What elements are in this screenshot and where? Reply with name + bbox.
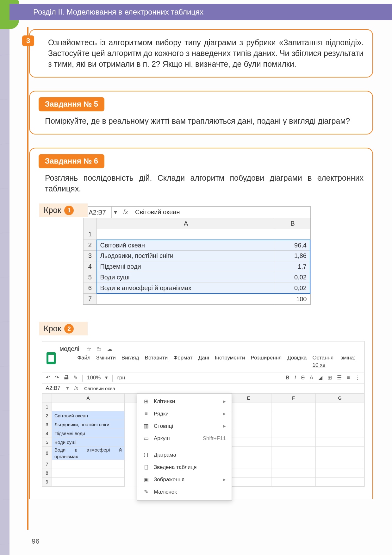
cell[interactable]: Підземні води xyxy=(52,429,125,438)
cell[interactable] xyxy=(226,411,271,420)
menu-item[interactable]: Розширення xyxy=(251,354,282,369)
cell[interactable] xyxy=(226,469,271,477)
cell[interactable] xyxy=(315,420,364,429)
cell[interactable]: Води в атмосфері й організмах xyxy=(52,447,125,460)
cell[interactable] xyxy=(226,420,271,429)
menu-item[interactable]: Вставити xyxy=(145,354,168,369)
cell[interactable] xyxy=(226,460,271,469)
cell[interactable] xyxy=(315,411,364,420)
row-number[interactable]: 6 xyxy=(84,283,97,294)
redo-icon[interactable]: ↷ xyxy=(55,374,59,382)
cell[interactable] xyxy=(271,411,316,420)
folder-icon[interactable]: 🗀 xyxy=(96,346,102,352)
undo-icon[interactable]: ↶ xyxy=(46,374,50,382)
row-number[interactable]: 7 xyxy=(42,460,52,469)
row-number[interactable]: 4 xyxy=(84,261,97,272)
dropdown-item[interactable]: ▭АркушShift+F11 xyxy=(137,433,232,445)
cell[interactable] xyxy=(226,477,271,486)
name-box[interactable]: A2:B7 xyxy=(83,207,112,218)
menu-item[interactable]: Формат xyxy=(173,354,192,369)
cell[interactable]: Води суші xyxy=(52,438,125,447)
col-F-header[interactable]: F xyxy=(271,394,316,402)
cell[interactable] xyxy=(97,229,275,240)
cell[interactable] xyxy=(315,402,364,411)
cell[interactable]: 1,86 xyxy=(275,251,310,261)
align-icon[interactable]: ≡ xyxy=(347,374,350,382)
row-number[interactable]: 3 xyxy=(84,251,97,261)
zoom-select[interactable]: 100% xyxy=(87,374,101,382)
cell[interactable] xyxy=(97,294,275,304)
cell[interactable] xyxy=(226,402,271,411)
zoom-dropdown-icon[interactable]: ▾ xyxy=(105,374,108,382)
print-icon[interactable]: 🖶 xyxy=(64,374,69,382)
corner-cell-2[interactable] xyxy=(42,394,52,402)
cell[interactable] xyxy=(52,402,125,411)
row-number[interactable]: 6 xyxy=(42,447,52,460)
formula-value-2[interactable]: Світовий океа xyxy=(82,385,364,392)
cell[interactable] xyxy=(226,438,271,447)
row-number[interactable]: 2 xyxy=(42,411,52,420)
col-A-header[interactable]: A xyxy=(97,218,275,229)
namebox-dropdown-icon[interactable]: ▾ xyxy=(112,208,119,216)
cell[interactable]: 0,02 xyxy=(275,283,310,294)
menu-item[interactable]: Дані xyxy=(198,354,209,369)
row-number[interactable]: 3 xyxy=(42,420,52,429)
star-icon[interactable]: ☆ xyxy=(86,346,91,352)
row-number[interactable]: 9 xyxy=(42,477,52,486)
cell[interactable] xyxy=(52,469,125,477)
row-number[interactable]: 1 xyxy=(42,402,52,411)
dropdown-item[interactable]: ▣Зображення▸ xyxy=(137,474,232,486)
cell[interactable] xyxy=(226,447,271,460)
namebox2-dropdown-icon[interactable]: ▾ xyxy=(64,385,71,392)
row-number[interactable]: 5 xyxy=(42,438,52,447)
strike-icon[interactable]: S xyxy=(301,374,304,382)
name-box-2[interactable]: A2:B7 xyxy=(42,385,64,392)
cell[interactable] xyxy=(315,477,364,486)
cloud-icon[interactable]: ☁ xyxy=(107,346,113,352)
cell[interactable]: Льодовики, постійні сніги xyxy=(97,251,275,261)
bold-icon[interactable]: B xyxy=(285,374,289,382)
dropdown-item[interactable]: ▥Стовпці▸ xyxy=(137,420,232,433)
corner-cell[interactable] xyxy=(84,218,97,229)
row-number[interactable]: 5 xyxy=(84,272,97,283)
menu-item[interactable]: Довідка xyxy=(287,354,307,369)
row-number[interactable]: 7 xyxy=(84,294,97,304)
borders-icon[interactable]: ⊞ xyxy=(327,374,332,382)
row-number[interactable]: 4 xyxy=(42,429,52,438)
dropdown-item[interactable]: ⊞Клітинки▸ xyxy=(137,396,232,408)
dropdown-item[interactable]: ⫾⫾Діаграма xyxy=(137,449,232,461)
menu-item[interactable]: Вигляд xyxy=(121,354,139,369)
cell[interactable]: Льодовики, постійні сніги xyxy=(52,420,125,429)
row-number[interactable]: 2 xyxy=(84,240,97,251)
menu-item[interactable]: Змінити xyxy=(96,354,116,369)
col-E-header[interactable]: E xyxy=(226,394,271,402)
sheets-app-icon[interactable] xyxy=(47,352,56,364)
col-G-header[interactable]: G xyxy=(315,394,364,402)
cell[interactable]: 96,4 xyxy=(275,240,310,251)
text-color-icon[interactable]: A xyxy=(310,374,313,382)
cell[interactable] xyxy=(271,469,316,477)
fill-color-icon[interactable]: ◢ xyxy=(318,374,322,382)
cell[interactable] xyxy=(271,420,316,429)
paint-format-icon[interactable]: ✎ xyxy=(73,374,78,382)
cell[interactable] xyxy=(271,438,316,447)
cell[interactable] xyxy=(271,429,316,438)
cell[interactable] xyxy=(271,460,316,469)
formula-value[interactable]: Світовий океан xyxy=(132,208,310,216)
cell[interactable] xyxy=(315,460,364,469)
cell[interactable] xyxy=(275,229,310,240)
cell[interactable] xyxy=(315,447,364,460)
row-number[interactable]: 1 xyxy=(84,229,97,240)
cell[interactable] xyxy=(271,402,316,411)
last-change-label[interactable]: Остання зміна: 10 хв xyxy=(312,354,355,369)
cell[interactable] xyxy=(315,469,364,477)
cell[interactable]: 0,02 xyxy=(275,272,310,283)
italic-icon[interactable]: I xyxy=(295,374,296,382)
cell[interactable] xyxy=(315,429,364,438)
cell[interactable] xyxy=(226,429,271,438)
cell[interactable]: Води в атмосфері й організмах xyxy=(97,283,275,294)
menu-item[interactable]: Інструменти xyxy=(215,354,245,369)
cell[interactable] xyxy=(271,447,316,460)
menu-item[interactable]: Файл xyxy=(77,354,90,369)
document-title[interactable]: моделі xyxy=(59,345,79,353)
